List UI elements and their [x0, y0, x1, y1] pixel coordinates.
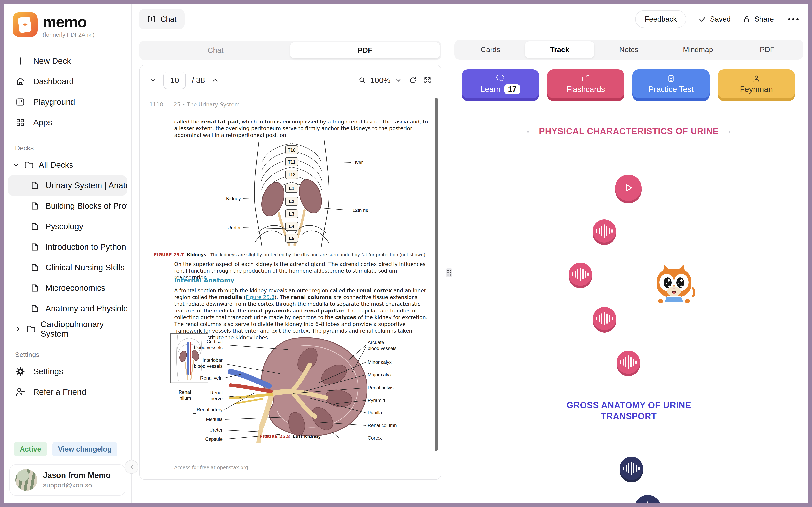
sidebar-collapse-button[interactable] — [124, 460, 139, 474]
more-menu-button[interactable] — [786, 16, 801, 22]
pdf-page-number: 1118 — [150, 101, 163, 108]
app-subtitle: (formerly PDF2Anki) — [43, 32, 95, 38]
figure-label-ureter: Ureter — [227, 225, 241, 230]
figure-label: Minor calyx — [368, 359, 392, 365]
waveform-icon — [596, 224, 613, 238]
search-icon — [358, 76, 367, 84]
section-heading-physical-characteristics: PHYSICAL CHARACTERISTICS OF URINE — [449, 126, 808, 136]
svg-text:T12: T12 — [288, 172, 296, 177]
sidebar-item-label: New Deck — [33, 56, 71, 66]
feedback-button[interactable]: Feedback — [635, 10, 687, 28]
deck-item-label: Microeconomics — [45, 283, 105, 293]
file-icon — [30, 201, 40, 211]
view-changelog-button[interactable]: View changelog — [52, 442, 117, 456]
deck-item-building-blocks[interactable]: Building Blocks of Proteins — [8, 196, 127, 216]
figure-label: Major calyx — [368, 372, 392, 377]
chevron-down-icon — [149, 76, 157, 84]
file-icon — [30, 181, 40, 190]
deck-item-pyscology[interactable]: Pyscology — [8, 216, 127, 237]
sidebar-item-new-deck[interactable]: New Deck — [4, 51, 131, 71]
svg-text:L3: L3 — [289, 212, 294, 217]
section-heading-gross-anatomy: GROSS ANATOMY OF URINE TRANSPORT — [449, 400, 808, 422]
figure-label-kidney: Kidney — [226, 196, 241, 201]
play-section-button[interactable] — [615, 175, 642, 201]
chat-toggle-label: Chat — [160, 15, 176, 23]
sidebar-item-apps[interactable]: Apps — [4, 112, 131, 133]
audio-node-button[interactable] — [617, 350, 640, 374]
figure-label: Renalnerve — [210, 390, 222, 401]
home-icon — [15, 76, 26, 87]
audio-node-button[interactable] — [593, 307, 616, 330]
decorative-dot — [729, 131, 730, 132]
sidebar-item-label: Apps — [33, 118, 52, 127]
pdf-scrollbar[interactable] — [435, 98, 438, 451]
sidebar-item-label: Playground — [33, 97, 75, 107]
figure-25-8-caption: FIGURE 25.8 Left Kidney — [140, 434, 441, 439]
pdf-viewer: 10 / 38 100% — [139, 65, 441, 480]
user-plus-icon — [15, 387, 26, 397]
center-tab-bar: Chat PDF — [139, 41, 441, 60]
svg-text:L2: L2 — [289, 199, 294, 204]
figure-label: Renal pelvis — [368, 385, 394, 390]
audio-node-button[interactable] — [620, 457, 643, 480]
pdf-toolbar: 10 / 38 100% — [140, 65, 441, 96]
figure-link[interactable]: Figure 25.8 — [246, 294, 275, 300]
chevron-up-icon — [211, 76, 219, 84]
gear-icon — [15, 366, 26, 377]
mascot-cat — [653, 263, 697, 304]
file-icon — [30, 283, 40, 293]
svg-text:L1: L1 — [289, 186, 294, 191]
user-profile-card[interactable]: Jason from Memo support@xon.so — [9, 464, 125, 496]
zoom-control[interactable]: 100% — [358, 76, 403, 85]
app-title: memo — [43, 14, 95, 30]
panel-resize-handle[interactable] — [446, 268, 452, 277]
figure-label: Renal column — [368, 422, 397, 428]
refresh-button[interactable] — [409, 76, 417, 84]
sidebar-item-dashboard[interactable]: Dashboard — [4, 71, 131, 92]
file-icon — [30, 242, 40, 252]
chat-toggle-button[interactable]: Chat — [139, 9, 185, 29]
tab-chat[interactable]: Chat — [141, 42, 290, 58]
figure-label-12th-rib: 12th rib — [353, 208, 368, 213]
page-up-button[interactable] — [211, 76, 219, 84]
deck-item-microeconomics[interactable]: Microeconomics — [8, 278, 127, 298]
figure-label: Renalhilum — [179, 389, 191, 401]
sidebar-item-label: Refer a Friend — [33, 387, 86, 397]
waveform-icon — [620, 355, 637, 369]
figure-label: Arcuateblood vessels — [368, 340, 396, 351]
internal-anatomy-heading: Internal Anatomy — [174, 277, 235, 284]
sidebar-item-cardiopulmonary[interactable]: Cardiopulmonary System — [4, 319, 131, 339]
audio-node-button[interactable] — [569, 263, 592, 286]
sidebar-item-settings[interactable]: Settings — [4, 361, 131, 382]
page-down-button[interactable] — [149, 76, 157, 84]
file-icon — [30, 304, 40, 313]
play-icon — [623, 182, 634, 193]
figure-label: Pyramid — [368, 398, 385, 403]
tab-pdf[interactable]: PDF — [290, 42, 440, 58]
fullscreen-button[interactable] — [423, 76, 432, 84]
audio-node-button[interactable] — [593, 219, 616, 243]
page-total: / 38 — [192, 76, 205, 85]
waveform-icon — [572, 268, 589, 281]
deck-item-anatomy-physiology[interactable]: Anatomy and Physiology — [8, 298, 127, 319]
deck-item-urinary-system[interactable]: Urinary System | Anatom... — [8, 175, 127, 196]
share-button[interactable]: Share — [743, 15, 774, 23]
figure-label: Renal vein — [200, 375, 222, 381]
arrow-left-icon — [128, 464, 135, 470]
svg-text:T10: T10 — [288, 148, 296, 153]
avatar — [15, 469, 37, 491]
sidebar-item-playground[interactable]: Playground — [4, 92, 131, 112]
deck-item-clinical-nursing[interactable]: Clinical Nursing Skills — [8, 257, 127, 278]
folder-icon — [24, 160, 34, 170]
sidebar-item-all-decks[interactable]: All Decks — [4, 155, 131, 175]
waveform-icon — [640, 502, 656, 503]
page-number-input[interactable]: 10 — [163, 72, 186, 89]
zoom-level: 100% — [370, 76, 391, 85]
sidebar: memo (formerly PDF2Anki) New Deck Dashbo… — [4, 4, 132, 503]
audio-node-button[interactable] — [635, 495, 661, 503]
sidebar-item-refer-a-friend[interactable]: Refer a Friend — [4, 382, 131, 402]
deck-item-label: Clinical Nursing Skills — [45, 263, 124, 272]
figure-25-8-left-kidney: Corticalblood vessels Interlobarblood ve… — [169, 332, 414, 443]
pdf-page: 1118 25 • The Urinary System called the … — [140, 96, 441, 480]
deck-item-python[interactable]: Introduction to Python Pr... — [8, 237, 127, 257]
